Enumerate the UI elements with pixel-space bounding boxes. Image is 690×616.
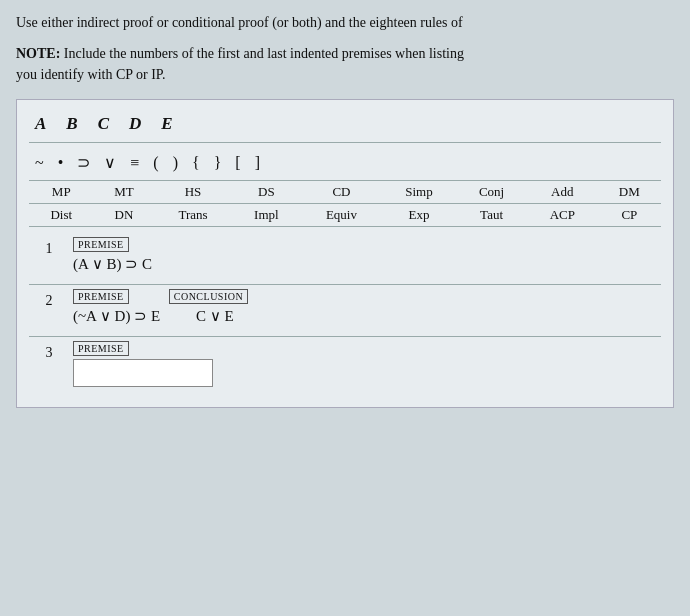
sym-rbracket[interactable]: ] (255, 154, 260, 172)
sym-tilde[interactable]: ~ (35, 154, 44, 172)
var-A: A (35, 114, 48, 134)
rule-CP[interactable]: CP (598, 204, 661, 227)
rule-Trans[interactable]: Trans (154, 204, 231, 227)
proof-area: 1 PREMISE (A ∨ B) ⊃ C 2 PREMISE CONCLUSI (29, 233, 661, 393)
sym-lbrace[interactable]: { (192, 154, 200, 172)
rule-MP[interactable]: MP (29, 181, 94, 204)
rule-Equiv[interactable]: Equiv (301, 204, 382, 227)
logic-panel: A B C D E ~ • ⊃ ∨ ≡ ( ) { } [ ] MP MT HS (16, 99, 674, 408)
sym-rbrace[interactable]: } (214, 154, 222, 172)
formula-1: (A ∨ B) ⊃ C (73, 253, 653, 275)
rule-Exp[interactable]: Exp (382, 204, 456, 227)
rule-Impl[interactable]: Impl (232, 204, 301, 227)
proof-row-3: 3 PREMISE (29, 337, 661, 393)
rules-row-2: Dist DN Trans Impl Equiv Exp Taut ACP CP (29, 204, 661, 227)
rule-CD[interactable]: CD (301, 181, 382, 204)
sym-lparen[interactable]: ( (153, 154, 158, 172)
note-text: NOTE: Include the numbers of the first a… (16, 43, 674, 85)
rules-table: MP MT HS DS CD Simp Conj Add DM Dist DN … (29, 181, 661, 227)
sym-horseshoe[interactable]: ⊃ (77, 153, 90, 172)
instructions-text: Use either indirect proof or conditional… (16, 12, 674, 33)
rule-HS[interactable]: HS (154, 181, 231, 204)
sym-wedge[interactable]: ∨ (104, 153, 116, 172)
tag-row-3: PREMISE (73, 341, 653, 356)
formula-text-2: (~A ∨ D) ⊃ E (73, 307, 160, 325)
rule-Conj[interactable]: Conj (456, 181, 527, 204)
line-number-2: 2 (29, 285, 65, 313)
rule-DN[interactable]: DN (94, 204, 155, 227)
rule-DS[interactable]: DS (232, 181, 301, 204)
proof-row-1: 1 PREMISE (A ∨ B) ⊃ C (29, 233, 661, 285)
sym-lbracket[interactable]: [ (235, 154, 240, 172)
premise-tag-3: PREMISE (73, 341, 129, 356)
formula-text-1: (A ∨ B) ⊃ C (73, 255, 152, 273)
line-number-3: 3 (29, 337, 65, 365)
rule-Dist[interactable]: Dist (29, 204, 94, 227)
tag-row-2: PREMISE CONCLUSION (73, 289, 653, 304)
rules-row-1: MP MT HS DS CD Simp Conj Add DM (29, 181, 661, 204)
variable-row: A B C D E (29, 110, 661, 143)
proof-row-2: 2 PREMISE CONCLUSION (~A ∨ D) ⊃ E C ∨ E (29, 285, 661, 337)
sym-dot[interactable]: • (58, 154, 64, 172)
proof-content-1: PREMISE (A ∨ B) ⊃ C (65, 233, 661, 279)
premise-tag-2: PREMISE (73, 289, 129, 304)
premise-tag-1: PREMISE (73, 237, 129, 252)
rule-DM[interactable]: DM (598, 181, 661, 204)
proof-content-2: PREMISE CONCLUSION (~A ∨ D) ⊃ E C ∨ E (65, 285, 661, 331)
sym-rparen[interactable]: ) (173, 154, 178, 172)
formula-2: (~A ∨ D) ⊃ E C ∨ E (73, 305, 653, 327)
proof-content-3: PREMISE (65, 337, 661, 393)
formula-input-3[interactable] (73, 359, 213, 387)
rule-MT[interactable]: MT (94, 181, 155, 204)
tag-row-1: PREMISE (73, 237, 653, 252)
sym-tribar[interactable]: ≡ (130, 154, 139, 172)
conclusion-tag-2: CONCLUSION (169, 289, 248, 304)
var-D: D (129, 114, 143, 134)
line-number-1: 1 (29, 233, 65, 261)
var-C: C (98, 114, 111, 134)
rule-ACP[interactable]: ACP (527, 204, 598, 227)
formula-3 (73, 357, 653, 389)
var-B: B (66, 114, 79, 134)
page: Use either indirect proof or conditional… (0, 0, 690, 616)
conclusion-formula-2: C ∨ E (196, 307, 234, 325)
rule-Simp[interactable]: Simp (382, 181, 456, 204)
rule-Add[interactable]: Add (527, 181, 598, 204)
symbol-row: ~ • ⊃ ∨ ≡ ( ) { } [ ] (29, 149, 661, 181)
var-E: E (161, 114, 174, 134)
rule-Taut[interactable]: Taut (456, 204, 527, 227)
